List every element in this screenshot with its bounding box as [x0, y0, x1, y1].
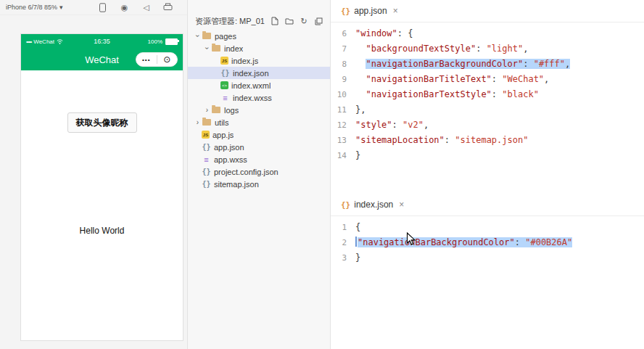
- device-frame-icon[interactable]: [98, 3, 107, 12]
- line-number: 11: [331, 102, 355, 118]
- code-line[interactable]: 9 "navigationBarTitleText": "WeChat",: [331, 72, 644, 87]
- hello-world-text: Hello World: [21, 226, 183, 236]
- tree-item-project.config.json[interactable]: {}project.config.json: [188, 165, 330, 178]
- code-editor-index-json[interactable]: 1{2"navigationBarBackgroundColor": "#00B…: [331, 216, 644, 266]
- mini-program-page: 获取头像昵称 Hello World: [21, 70, 183, 340]
- code-text[interactable]: "navigationBarTitleText": "WeChat",: [355, 72, 549, 87]
- more-icon[interactable]: •••: [136, 57, 157, 63]
- chevron-down-icon[interactable]: ›: [203, 44, 211, 52]
- token: },: [355, 104, 366, 115]
- collapse-all-icon[interactable]: [314, 17, 323, 25]
- token: "sitemapLocation": [355, 135, 445, 145]
- tree-item-logs[interactable]: ›logs: [188, 104, 330, 116]
- exit-target-icon[interactable]: ⊙: [157, 55, 178, 64]
- editor-tabbar-bottom: {} index.json ×: [331, 194, 644, 216]
- token: {: [355, 222, 360, 232]
- code-line[interactable]: 14}: [331, 148, 644, 163]
- token: ,: [565, 59, 570, 69]
- code-editor-app-json[interactable]: 6"window": {7 "backgroundTextStyle": "li…: [331, 22, 644, 163]
- tree-item-utils[interactable]: ›utils: [188, 116, 330, 128]
- code-text[interactable]: "backgroundTextStyle": "light",: [355, 41, 528, 57]
- token: "navigationBarBackgroundColor": [358, 237, 515, 247]
- token: "black": [502, 89, 539, 99]
- line-number: 8: [331, 57, 355, 72]
- tree-item-label: index.js: [231, 57, 258, 65]
- code-line[interactable]: 10 "navigationBarTextStyle": "black": [331, 87, 644, 102]
- code-line[interactable]: 3}: [331, 250, 644, 266]
- token: :: [523, 59, 533, 69]
- tab-app-json[interactable]: {} app.json ×: [334, 0, 405, 22]
- code-text[interactable]: "sitemapLocation": "sitemap.json": [355, 133, 528, 148]
- close-icon[interactable]: ×: [393, 6, 398, 16]
- tree-item-sitemap.json[interactable]: {}sitemap.json: [188, 178, 330, 190]
- code-line[interactable]: 2"navigationBarBackgroundColor": "#00B26…: [331, 235, 644, 250]
- code-line[interactable]: 13"sitemapLocation": "sitemap.json": [331, 133, 644, 148]
- tree-item-index.json[interactable]: {}index.json: [188, 67, 330, 79]
- token: [355, 89, 366, 99]
- code-text[interactable]: }: [355, 250, 360, 266]
- compile-icon[interactable]: ◉: [120, 3, 129, 12]
- tree-item-label: index.wxml: [231, 81, 271, 90]
- chevron-down-icon[interactable]: ›: [194, 32, 202, 40]
- tree-item-app.wxss[interactable]: ≡app.wxss: [188, 153, 330, 165]
- chevron-right-icon[interactable]: ›: [203, 106, 211, 114]
- explorer-title: 资源管理器: MP_01: [195, 16, 265, 27]
- tree-item-app.js[interactable]: JSapp.js: [188, 128, 330, 141]
- capsule-button[interactable]: ••• ⊙: [136, 52, 178, 67]
- code-text[interactable]: {: [355, 220, 360, 235]
- close-icon[interactable]: ×: [399, 200, 404, 210]
- token: :: [492, 74, 502, 84]
- code-text[interactable]: }: [355, 148, 360, 163]
- get-avatar-nickname-button[interactable]: 获取头像昵称: [67, 112, 137, 133]
- token: }: [355, 252, 360, 263]
- code-text[interactable]: },: [355, 102, 366, 118]
- line-number: 1: [331, 220, 355, 235]
- tree-item-app.json[interactable]: {}app.json: [188, 141, 330, 153]
- tree-item-pages[interactable]: ›pages: [188, 30, 330, 42]
- tab-index-json[interactable]: {} index.json ×: [334, 194, 411, 215]
- code-text[interactable]: "navigationBarBackgroundColor": "#00B26A…: [355, 235, 572, 250]
- tree-item-index.js[interactable]: JSindex.js: [188, 54, 330, 67]
- tree-item-label: app.json: [214, 143, 244, 152]
- device-selector[interactable]: iPhone 6/7/8 85% ▾: [6, 4, 63, 11]
- console-icon[interactable]: [163, 3, 173, 12]
- new-file-icon[interactable]: [271, 17, 279, 25]
- new-folder-icon[interactable]: [285, 17, 294, 25]
- mini-program-nav-bar: WeChat ••• ⊙: [21, 49, 183, 70]
- token: "v2": [402, 120, 424, 130]
- wxml-icon: <>: [220, 81, 228, 89]
- token: :: [392, 120, 402, 130]
- token: "navigationBarTextStyle": [366, 89, 491, 99]
- line-number: 7: [331, 41, 355, 57]
- folder-icon: [212, 45, 220, 52]
- carrier-label: WeChat: [33, 38, 54, 45]
- token: :: [476, 44, 486, 54]
- code-line[interactable]: 8 "navigationBarBackgroundColor": "#fff"…: [331, 57, 644, 72]
- tree-item-index.wxml[interactable]: <>index.wxml: [188, 79, 330, 91]
- code-text[interactable]: "navigationBarBackgroundColor": "#fff",: [355, 57, 570, 72]
- json-icon: {}: [202, 168, 211, 176]
- code-text[interactable]: "style": "v2",: [355, 118, 429, 133]
- code-line[interactable]: 7 "backgroundTextStyle": "light",: [331, 41, 644, 57]
- text-selection: "navigationBarBackgroundColor": "#00B26A…: [358, 237, 572, 247]
- code-line[interactable]: 11},: [331, 102, 644, 118]
- chevron-right-icon[interactable]: ›: [194, 118, 202, 126]
- token: [355, 59, 366, 69]
- code-text[interactable]: "window": {: [355, 26, 413, 41]
- token: :: [445, 135, 455, 145]
- line-number: 6: [331, 26, 355, 41]
- tree-item-index.wxss[interactable]: ≡index.wxss: [188, 91, 330, 104]
- code-text[interactable]: "navigationBarTextStyle": "black": [355, 87, 539, 102]
- tree-item-index[interactable]: ›index: [188, 42, 330, 54]
- back-icon[interactable]: ◁: [141, 3, 151, 12]
- js-icon: JS: [220, 57, 228, 65]
- js-icon: JS: [202, 131, 210, 139]
- token: "window": [355, 28, 397, 38]
- refresh-icon[interactable]: ↻: [300, 17, 308, 25]
- code-line[interactable]: 1{: [331, 220, 644, 235]
- code-line[interactable]: 6"window": {: [331, 26, 644, 41]
- token: ,: [523, 44, 528, 54]
- token: : {: [397, 28, 413, 38]
- code-line[interactable]: 12"style": "v2",: [331, 118, 644, 133]
- tree-item-label: app.js: [212, 131, 234, 139]
